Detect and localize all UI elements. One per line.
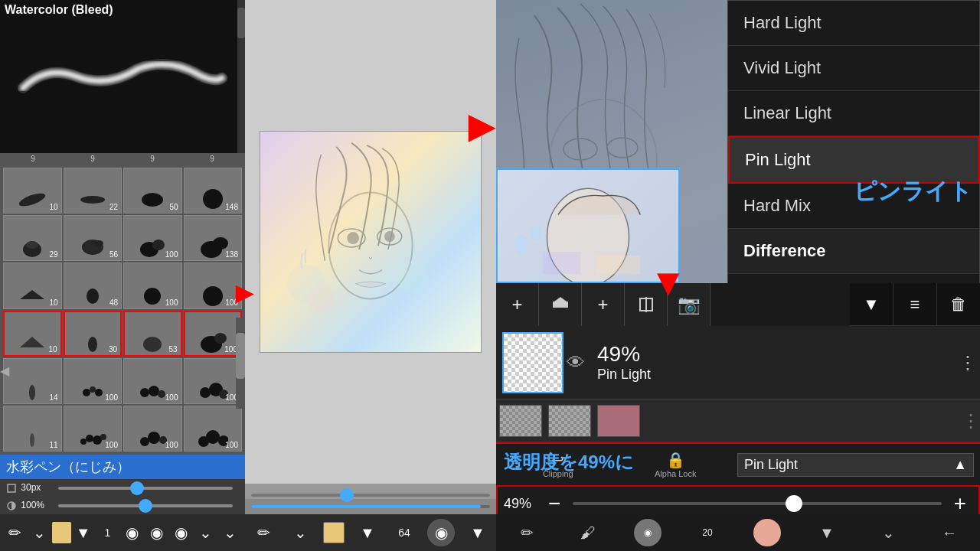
brush-scrollbar[interactable] xyxy=(236,318,245,409)
opacity-slider[interactable] xyxy=(58,504,233,507)
brush-left-arrow-icon[interactable]: ◀ xyxy=(0,364,9,378)
menu-item-vivid-light[interactable]: Vivid Light xyxy=(728,46,979,91)
chevron-down-2-icon[interactable]: ⌄ xyxy=(193,523,217,542)
brush-shape-icon xyxy=(77,426,108,449)
delete-layer-btn[interactable]: 🗑 xyxy=(937,283,980,326)
color-swatch-btn[interactable] xyxy=(52,522,71,543)
brush-medium-icon[interactable]: ◉ xyxy=(144,523,168,542)
brush-cell[interactable]: 100 xyxy=(184,311,243,357)
opacity-increase-btn[interactable]: + xyxy=(948,491,972,516)
color-swatch-mid-btn[interactable] xyxy=(323,522,345,543)
page-num-mid: 64 xyxy=(390,527,418,539)
brush-shape-icon xyxy=(198,331,228,354)
brush-cell[interactable]: 100 xyxy=(184,406,243,452)
menu-item-linear-light[interactable]: Linear Light xyxy=(728,91,979,136)
canvas-hscroll[interactable] xyxy=(245,484,496,499)
chevron-down-right-icon[interactable]: ⌄ xyxy=(873,523,903,542)
hscroll-thumb[interactable] xyxy=(340,488,354,502)
brush-cell[interactable]: 48 xyxy=(64,262,122,308)
svg-marker-62 xyxy=(554,297,567,302)
down-arrow-mid-icon[interactable]: ⌄ xyxy=(286,523,314,542)
svg-point-31 xyxy=(30,433,34,447)
menu-item-invert[interactable]: Invert xyxy=(728,274,979,283)
brush-cell[interactable]: 22 xyxy=(64,168,122,214)
layer-options-2-btn[interactable]: ⋮ xyxy=(962,410,980,432)
brush-preset-a-icon[interactable]: ◉ xyxy=(427,519,455,546)
brush-cell[interactable]: 100 xyxy=(184,358,243,404)
brush-cell[interactable]: 100 xyxy=(123,406,182,452)
brush-cell[interactable]: 11 xyxy=(3,406,62,452)
brush-large-icon[interactable]: ◉ xyxy=(168,523,193,542)
brush-cell[interactable]: 50 xyxy=(123,168,182,214)
down-arrow-icon[interactable]: ▼ xyxy=(71,524,96,542)
brush-cell[interactable]: 56 xyxy=(64,215,122,261)
down-arrow-4-icon[interactable]: ▼ xyxy=(464,524,492,542)
menu-item-difference[interactable]: Difference xyxy=(728,229,979,274)
move-layer-down-btn[interactable]: ▼ xyxy=(850,283,893,326)
svg-point-5 xyxy=(26,241,38,249)
resize-icon xyxy=(6,483,17,494)
brush-cell[interactable]: 53 xyxy=(123,311,182,357)
layer-small-thumb-1[interactable] xyxy=(499,405,542,437)
brush-cell[interactable]: 100 xyxy=(64,406,122,452)
brush-cell[interactable]: 138 xyxy=(184,215,243,261)
down-arrow-right-icon[interactable]: ▼ xyxy=(812,524,842,542)
size-slider[interactable] xyxy=(58,487,233,490)
flip-layer-btn[interactable] xyxy=(539,283,582,326)
eye-icon[interactable]: 👁 xyxy=(567,352,585,373)
blend-mode-selector[interactable]: Pin Light ▲ xyxy=(737,453,974,477)
brush-scrollbar-thumb[interactable] xyxy=(236,333,245,379)
brush-cell[interactable]: 100 xyxy=(123,215,182,261)
canvas-vscroll[interactable] xyxy=(245,499,496,514)
brush-cell[interactable]: 148 xyxy=(184,168,243,214)
brush-cell[interactable]: 29 xyxy=(3,215,62,261)
brush-shape-icon xyxy=(77,331,108,354)
layer-opacity-thumb[interactable] xyxy=(786,495,802,512)
brush-cell[interactable]: 10 xyxy=(3,168,62,214)
brush-shape-icon xyxy=(137,331,168,354)
brush-mid-icon[interactable]: ✏ xyxy=(250,523,277,542)
svg-marker-16 xyxy=(20,337,44,347)
down-arrow-swatch-icon[interactable]: ▼ xyxy=(354,524,381,542)
layer-row-main: 👁 49% Pin Light ⋮ xyxy=(496,326,980,399)
color-swatch-right[interactable] xyxy=(753,519,781,546)
layer-mode-label: Pin Light xyxy=(597,367,952,383)
menu-item-hard-light[interactable]: Hard Light xyxy=(728,1,979,46)
svg-point-51 xyxy=(397,261,428,292)
brush-cell[interactable]: 100 xyxy=(64,358,122,404)
layer-opacity-slider[interactable] xyxy=(573,502,941,505)
brush-small-icon[interactable]: ◉ xyxy=(119,523,144,542)
brush-cell[interactable]: 100 xyxy=(123,262,182,308)
chevron-down-icon[interactable]: ⌄ xyxy=(28,523,52,542)
brush-cell[interactable]: 10 xyxy=(3,311,62,357)
canvas-area-top[interactable] xyxy=(245,0,496,484)
layer-thumbnail[interactable] xyxy=(502,332,564,393)
brush-shape-icon xyxy=(77,188,108,211)
brush-cell[interactable]: 10 xyxy=(3,262,62,308)
layer-small-thumb-2[interactable] xyxy=(548,405,591,437)
alpha-lock-btn[interactable]: 🔒 Alpha Lock xyxy=(617,448,735,481)
pen-tool-right-btn[interactable]: ✏ xyxy=(511,523,542,542)
brush-shape-icon xyxy=(198,284,228,307)
brush-cell[interactable]: 100 xyxy=(123,358,182,404)
anime-canvas[interactable] xyxy=(260,131,482,353)
layer-options-btn[interactable]: ⋮ xyxy=(959,352,977,373)
double-line-icon[interactable]: ≡ xyxy=(893,283,936,326)
layer-color-fill[interactable] xyxy=(597,405,640,437)
flip-icon xyxy=(551,295,570,314)
back-arrow-right-icon[interactable]: ← xyxy=(934,524,965,542)
add-layer-btn[interactable]: + xyxy=(496,283,539,326)
brush-cell[interactable]: 30 xyxy=(64,311,122,357)
add-layer-btn-2[interactable]: + xyxy=(582,283,625,326)
size-slider-thumb[interactable] xyxy=(130,481,144,495)
svg-point-54 xyxy=(607,138,638,158)
brush-shape-icon xyxy=(77,236,108,259)
opacity-slider-thumb[interactable] xyxy=(139,499,152,513)
opacity-decrease-btn[interactable]: − xyxy=(542,491,567,516)
brush-cell[interactable]: 14 xyxy=(3,358,62,404)
brush-shape-icon xyxy=(137,426,168,449)
brush-tool-right-btn[interactable]: 🖌 xyxy=(573,524,603,542)
chevron-down-3-icon[interactable]: ⌄ xyxy=(217,523,242,542)
brush-size-circle-right[interactable]: ◉ xyxy=(634,519,662,546)
pencil-tool-btn[interactable]: ✏ xyxy=(3,523,28,542)
